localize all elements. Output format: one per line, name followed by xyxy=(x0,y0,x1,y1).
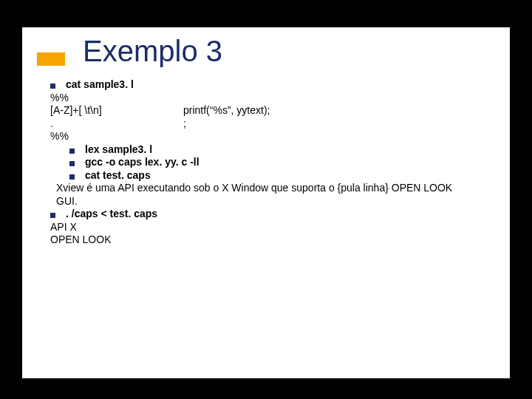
bullet-label: gcc -o caps lex. yy. c -ll xyxy=(85,156,200,169)
bullet-icon xyxy=(69,149,75,154)
code-rule-1: [A-Z]+[ \t\n] printf(“%s”, yytext); xyxy=(50,104,495,117)
bullet-icon xyxy=(69,161,75,166)
bullet-lex: lex sample3. l xyxy=(69,143,495,157)
bullet-run: . /caps < test. caps xyxy=(50,208,495,221)
slide-content: cat sample3. l %% [A-Z]+[ \t\n] printf(“… xyxy=(50,78,495,247)
bullet-icon xyxy=(50,83,55,89)
bullet-label: cat sample3. l xyxy=(66,78,134,92)
bullet-icon xyxy=(50,213,55,218)
code-pattern: [A-Z]+[ \t\n] xyxy=(50,104,183,117)
bullet-label: lex sample3. l xyxy=(85,143,152,157)
title-wrap: Exemplo 3 xyxy=(37,35,495,68)
output-line2: OPEN LOOK xyxy=(50,233,495,247)
code-delim2: %% xyxy=(50,130,495,143)
bullet-gcc: gcc -o caps lex. yy. c -ll xyxy=(69,156,495,169)
bullet-label: cat test. caps xyxy=(85,169,151,183)
bullet-icon xyxy=(69,174,75,180)
bullet-cat-test: cat test. caps xyxy=(69,169,495,183)
bullet-cat: cat sample3. l xyxy=(50,78,495,92)
code-action: printf(“%s”, yytext); xyxy=(183,104,270,117)
bullet-label: . /caps < test. caps xyxy=(66,208,157,221)
slide-title: Exemplo 3 xyxy=(83,35,495,68)
code-rule-2: . ; xyxy=(50,117,495,131)
output-line1: API X xyxy=(50,221,495,234)
accent-bar xyxy=(37,52,65,66)
code-pattern: . xyxy=(50,117,183,131)
code-action: ; xyxy=(183,117,186,131)
paragraph: Xview é uma API executando sob o X Windo… xyxy=(50,182,495,208)
code-delim1: %% xyxy=(50,92,495,105)
slide: Exemplo 3 cat sample3. l %% [A-Z]+[ \t\n… xyxy=(22,27,510,378)
